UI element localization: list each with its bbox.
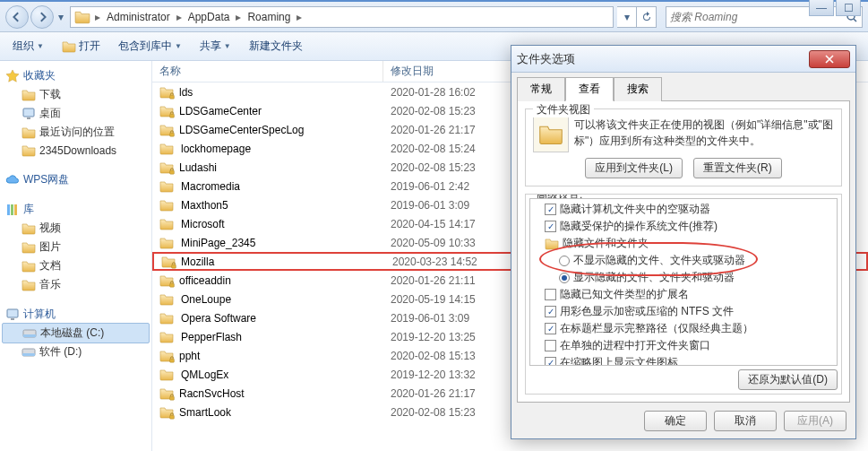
pictures-icon: [21, 240, 36, 255]
breadcrumb[interactable]: ▸ Administrator ▸ AppData ▸ Roaming ▸: [70, 6, 614, 28]
cloud-icon: [5, 173, 20, 187]
checkbox-icon[interactable]: [545, 204, 556, 215]
refresh-button[interactable]: [637, 6, 657, 28]
sidebar-item-recent[interactable]: 最近访问的位置: [0, 123, 151, 142]
breadcrumb-seg-admin[interactable]: Administrator: [103, 11, 174, 23]
file-date: 2020-05-19 14:15: [383, 293, 522, 306]
file-name: RacnSvcHost: [179, 387, 245, 400]
sidebar-libraries[interactable]: 库: [0, 200, 151, 219]
apply-button[interactable]: 应用(A): [784, 411, 847, 431]
sidebar-item-documents[interactable]: 文档: [0, 256, 151, 275]
radio-icon[interactable]: [559, 273, 570, 283]
checkbox-icon[interactable]: [545, 289, 556, 300]
sidebar-item-pictures[interactable]: 图片: [0, 238, 151, 256]
dialog-body: 文件夹视图 可以将该文件夹正在使用的视图（例如"详细信息"或"图标"）应用到所有…: [517, 100, 850, 403]
drive-icon: [21, 345, 36, 360]
folder-icon: [159, 330, 174, 344]
sidebar: 收藏夹 下载 桌面 最近访问的位置 2345Downloads WPS网盘 库 …: [0, 61, 152, 451]
restore-defaults-button[interactable]: 还原为默认值(D): [738, 369, 838, 390]
opt-hide-ext[interactable]: 隐藏已知文件类型的扩展名: [532, 286, 835, 303]
sidebar-item-video[interactable]: 视频: [0, 219, 151, 238]
file-date: 2020-04-15 14:17: [383, 218, 522, 230]
opt-dont-show-hidden[interactable]: 不显示隐藏的文件、文件夹或驱动器: [532, 252, 835, 269]
close-button[interactable]: [809, 50, 850, 68]
folder-view-group: 文件夹视图 可以将该文件夹正在使用的视图（例如"详细信息"或"图标"）应用到所有…: [525, 108, 842, 186]
opt-separate-process[interactable]: 在单独的进程中打开文件夹窗口: [532, 337, 835, 354]
address-dropdown[interactable]: ▾: [617, 6, 637, 28]
reset-folders-button[interactable]: 重置文件夹(R): [693, 158, 782, 178]
share-menu[interactable]: 共享▼: [194, 36, 236, 56]
chevron-right-icon[interactable]: ▸: [233, 11, 244, 23]
checkbox-icon[interactable]: [545, 221, 556, 232]
file-date: 2020-02-08 15:24: [383, 143, 522, 155]
checkbox-icon[interactable]: [545, 340, 556, 351]
open-button[interactable]: 打开: [56, 36, 106, 56]
folder-icon: [21, 126, 36, 140]
sidebar-computer[interactable]: 计算机: [0, 305, 151, 324]
back-button[interactable]: [5, 5, 29, 29]
file-name: LDSGameCenterSpecLog: [179, 124, 304, 136]
folder-icon: [159, 311, 174, 325]
include-menu[interactable]: 包含到库中▼: [113, 36, 187, 56]
organize-menu[interactable]: 组织▼: [7, 36, 49, 56]
advanced-tree[interactable]: 隐藏计算机文件夹中的空驱动器 隐藏受保护的操作系统文件(推荐) 隐藏文件和文件夹…: [529, 198, 838, 366]
apply-to-folders-button[interactable]: 应用到文件夹(L): [585, 158, 683, 178]
sidebar-item-drive-c[interactable]: 本地磁盘 (C:): [2, 323, 150, 343]
breadcrumb-seg-appdata[interactable]: AppData: [185, 11, 234, 23]
folder-icon: [21, 88, 36, 102]
column-date[interactable]: 修改日期: [383, 61, 522, 82]
file-name: ppht: [179, 350, 200, 362]
cancel-button[interactable]: 取消: [714, 411, 777, 431]
tab-search[interactable]: 搜索: [614, 77, 662, 101]
sidebar-item-downloads[interactable]: 下载: [0, 85, 151, 104]
file-name: Ludashi: [179, 161, 217, 174]
checkbox-icon[interactable]: [545, 323, 556, 334]
new-folder-button[interactable]: 新建文件夹: [244, 36, 308, 56]
file-name: lockhomepage: [181, 143, 251, 155]
history-dropdown[interactable]: ▾: [56, 5, 66, 29]
file-name: MiniPage_2345: [181, 237, 255, 249]
folder-icon: [545, 237, 559, 251]
file-name: PepperFlash: [181, 331, 242, 343]
checkbox-icon[interactable]: [545, 306, 556, 317]
opt-thumb-icon[interactable]: 在缩略图上显示文件图标: [532, 354, 835, 366]
video-icon: [21, 221, 36, 236]
file-name: Mozilla: [181, 256, 214, 268]
file-name: lds: [179, 86, 193, 99]
opt-hidden-files[interactable]: 隐藏文件和文件夹: [532, 235, 835, 252]
file-name: LDSGameCenter: [179, 105, 262, 117]
sidebar-item-desktop[interactable]: 桌面: [0, 104, 151, 123]
folder-view-desc: 可以将该文件夹正在使用的视图（例如"详细信息"或"图标"）应用到所有这种类型的文…: [574, 117, 834, 152]
sidebar-wps[interactable]: WPS网盘: [0, 170, 151, 189]
folder-icon: [159, 198, 174, 212]
forward-button[interactable]: [30, 5, 54, 29]
checkbox-icon[interactable]: [545, 357, 556, 366]
opt-hide-protected-os[interactable]: 隐藏受保护的操作系统文件(推荐): [532, 218, 835, 235]
sidebar-item-music[interactable]: 音乐: [0, 275, 151, 294]
opt-show-hidden[interactable]: 显示隐藏的文件、文件夹和驱动器: [532, 269, 835, 286]
tab-view[interactable]: 查看: [565, 77, 614, 101]
ok-button[interactable]: 确定: [644, 411, 707, 431]
music-icon: [21, 278, 36, 292]
sidebar-item-2345[interactable]: 2345Downloads: [0, 142, 151, 160]
chevron-right-icon[interactable]: ▸: [174, 11, 185, 23]
sidebar-item-drive-d[interactable]: 软件 (D:): [0, 343, 151, 361]
column-name[interactable]: 名称: [152, 61, 383, 82]
file-date: 2019-06-01 2:42: [383, 180, 522, 193]
svg-rect-8: [14, 204, 17, 215]
breadcrumb-seg-roaming[interactable]: Roaming: [244, 11, 294, 23]
file-name: Macromedia: [181, 180, 240, 193]
file-date: 2020-01-26 21:17: [383, 387, 522, 400]
chevron-right-icon[interactable]: ▸: [92, 11, 103, 23]
maximize-button[interactable]: ☐: [836, 0, 861, 16]
opt-color-ntfs[interactable]: 用彩色显示加密或压缩的 NTFS 文件: [532, 303, 835, 320]
minimize-button[interactable]: —: [809, 0, 834, 16]
chevron-right-icon[interactable]: ▸: [294, 11, 305, 23]
radio-icon[interactable]: [559, 256, 570, 266]
dialog-titlebar[interactable]: 文件夹选项: [511, 46, 855, 73]
tab-general[interactable]: 常规: [517, 77, 565, 101]
opt-fullpath-title[interactable]: 在标题栏显示完整路径（仅限经典主题）: [532, 320, 835, 337]
sidebar-favorites[interactable]: 收藏夹: [0, 66, 151, 85]
opt-hide-empty-drives[interactable]: 隐藏计算机文件夹中的空驱动器: [532, 201, 835, 218]
folder-icon: [159, 236, 174, 250]
